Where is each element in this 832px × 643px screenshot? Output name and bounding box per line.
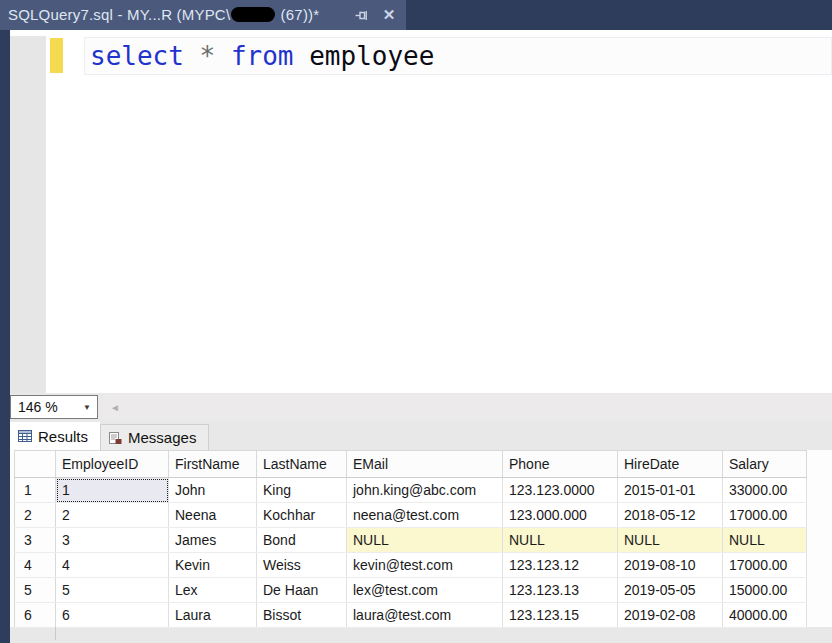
grid-column-header[interactable]: Phone bbox=[503, 451, 618, 478]
code-token bbox=[294, 41, 310, 71]
code-token: * bbox=[200, 41, 216, 71]
grid-cell[interactable]: 2 bbox=[56, 503, 169, 528]
results-pane: Results Messages Em bbox=[0, 422, 832, 643]
code-line: select * from employee bbox=[90, 40, 434, 72]
grid-cell[interactable]: john.king@abc.com bbox=[347, 478, 503, 503]
grid-cell[interactable]: Bond bbox=[257, 528, 347, 553]
document-tab[interactable]: SQLQuery7.sql - MY...R (MYPC\ (67))* ✕ bbox=[0, 0, 406, 30]
row-number-cell[interactable]: 2 bbox=[15, 503, 56, 528]
results-grid-area: EmployeeIDFirstNameLastNameEMailPhoneHir… bbox=[10, 450, 832, 643]
change-tracking-bar bbox=[50, 38, 63, 73]
grid-cell[interactable]: NULL bbox=[503, 528, 618, 553]
code-token bbox=[215, 41, 231, 71]
messages-icon bbox=[109, 431, 122, 445]
window-left-border bbox=[0, 30, 10, 643]
editor-bottom-bar: 146 % ▼ ◄ bbox=[0, 393, 832, 422]
grid-cell[interactable]: James bbox=[169, 528, 257, 553]
grid-cell[interactable]: Kevin bbox=[169, 553, 257, 578]
row-number-cell[interactable]: 4 bbox=[15, 553, 56, 578]
grid-row: 66LauraBissotlaura@test.com123.123.15201… bbox=[15, 603, 807, 628]
grid-column-header[interactable]: FirstName bbox=[169, 451, 257, 478]
grid-cell[interactable]: 4 bbox=[56, 553, 169, 578]
grid-body: 11JohnKingjohn.king@abc.com123.123.00002… bbox=[15, 478, 807, 628]
grid-cell[interactable]: 2019-08-10 bbox=[618, 553, 723, 578]
grid-cell[interactable]: lex@test.com bbox=[347, 578, 503, 603]
grid-row: 33JamesBondNULLNULLNULLNULL bbox=[15, 528, 807, 553]
grid-cell[interactable]: Weiss bbox=[257, 553, 347, 578]
row-number-cell[interactable]: 1 bbox=[15, 478, 56, 503]
grid-cell[interactable]: Lex bbox=[169, 578, 257, 603]
horizontal-scrollbar[interactable]: ◄ bbox=[103, 395, 832, 419]
editor-indicator-margin bbox=[10, 36, 46, 393]
grid-column-header[interactable]: LastName bbox=[257, 451, 347, 478]
code-token bbox=[184, 41, 200, 71]
zoom-level-value: 146 % bbox=[11, 399, 83, 415]
document-tab-bar: SQLQuery7.sql - MY...R (MYPC\ (67))* ✕ bbox=[0, 0, 832, 30]
redaction-blob bbox=[231, 7, 275, 22]
grid-column-header[interactable]: Salary bbox=[723, 451, 807, 478]
grid-row: 55LexDe Haanlex@test.com123.123.132019-0… bbox=[15, 578, 807, 603]
tab-results[interactable]: Results bbox=[10, 422, 100, 450]
grid-column-header[interactable]: EmployeeID bbox=[56, 451, 169, 478]
row-number-cell[interactable]: 6 bbox=[15, 603, 56, 628]
grid-cell[interactable]: 123.000.000 bbox=[503, 503, 618, 528]
document-tab-title: SQLQuery7.sql - MY...R (MYPC\ (67))* bbox=[8, 6, 319, 25]
grid-row: 11JohnKingjohn.king@abc.com123.123.00002… bbox=[15, 478, 807, 503]
grid-cell[interactable]: 5 bbox=[56, 578, 169, 603]
grid-tail-line bbox=[55, 627, 56, 640]
query-editor[interactable]: select * from employee bbox=[0, 30, 832, 393]
grid-cell[interactable]: 2019-05-05 bbox=[618, 578, 723, 603]
grid-cell[interactable]: 17000.00 bbox=[723, 553, 807, 578]
code-token: from bbox=[231, 41, 294, 71]
grid-cell[interactable]: 123.123.0000 bbox=[503, 478, 618, 503]
grid-cell[interactable]: laura@test.com bbox=[347, 603, 503, 628]
code-token: select bbox=[90, 41, 184, 71]
grid-cell[interactable]: NULL bbox=[618, 528, 723, 553]
grid-cell[interactable]: NULL bbox=[347, 528, 503, 553]
grid-cell[interactable]: 33000.00 bbox=[723, 478, 807, 503]
tab-messages-label: Messages bbox=[128, 429, 196, 446]
chevron-down-icon: ▼ bbox=[83, 403, 97, 412]
grid-column-header[interactable]: HireDate bbox=[618, 451, 723, 478]
grid-cell[interactable]: 15000.00 bbox=[723, 578, 807, 603]
tab-messages[interactable]: Messages bbox=[100, 424, 209, 450]
code-token: employee bbox=[309, 41, 434, 71]
scroll-left-arrow-icon[interactable]: ◄ bbox=[103, 402, 120, 413]
close-icon[interactable]: ✕ bbox=[380, 6, 398, 24]
grid-cell[interactable]: Laura bbox=[169, 603, 257, 628]
pin-icon[interactable] bbox=[352, 6, 370, 24]
row-number-cell[interactable]: 3 bbox=[15, 528, 56, 553]
grid-header-row: EmployeeIDFirstNameLastNameEMailPhoneHir… bbox=[15, 451, 807, 478]
grid-cell[interactable]: Neena bbox=[169, 503, 257, 528]
zoom-level-dropdown[interactable]: 146 % ▼ bbox=[10, 395, 98, 419]
grid-cell[interactable]: 1 bbox=[56, 478, 169, 503]
grid-cell[interactable]: De Haan bbox=[257, 578, 347, 603]
tab-results-label: Results bbox=[38, 428, 88, 445]
grid-cell[interactable]: John bbox=[169, 478, 257, 503]
grid-cell[interactable]: 6 bbox=[56, 603, 169, 628]
grid-cell[interactable]: kevin@test.com bbox=[347, 553, 503, 578]
grid-corner-cell[interactable] bbox=[15, 451, 56, 478]
grid-cell[interactable]: 17000.00 bbox=[723, 503, 807, 528]
grid-cell[interactable]: 3 bbox=[56, 528, 169, 553]
grid-cell[interactable]: 2015-01-01 bbox=[618, 478, 723, 503]
grid-cell[interactable]: King bbox=[257, 478, 347, 503]
grid-cell[interactable]: 123.123.15 bbox=[503, 603, 618, 628]
ssms-window: SQLQuery7.sql - MY...R (MYPC\ (67))* ✕ s… bbox=[0, 0, 832, 643]
grid-cell[interactable]: 40000.00 bbox=[723, 603, 807, 628]
grid-row: 44KevinWeisskevin@test.com123.123.122019… bbox=[15, 553, 807, 578]
grid-cell[interactable]: neena@test.com bbox=[347, 503, 503, 528]
results-grid-icon bbox=[18, 430, 32, 442]
grid-column-header[interactable]: EMail bbox=[347, 451, 503, 478]
grid-cell[interactable]: NULL bbox=[723, 528, 807, 553]
row-number-cell[interactable]: 5 bbox=[15, 578, 56, 603]
results-grid: EmployeeIDFirstNameLastNameEMailPhoneHir… bbox=[14, 450, 807, 628]
grid-cell[interactable]: 2019-02-08 bbox=[618, 603, 723, 628]
grid-cell[interactable]: Bissot bbox=[257, 603, 347, 628]
results-tab-strip: Results Messages bbox=[10, 422, 209, 450]
grid-cell[interactable]: 2018-05-12 bbox=[618, 503, 723, 528]
grid-row: 22NeenaKochharneena@test.com123.000.0002… bbox=[15, 503, 807, 528]
grid-cell[interactable]: 123.123.13 bbox=[503, 578, 618, 603]
grid-cell[interactable]: Kochhar bbox=[257, 503, 347, 528]
grid-cell[interactable]: 123.123.12 bbox=[503, 553, 618, 578]
